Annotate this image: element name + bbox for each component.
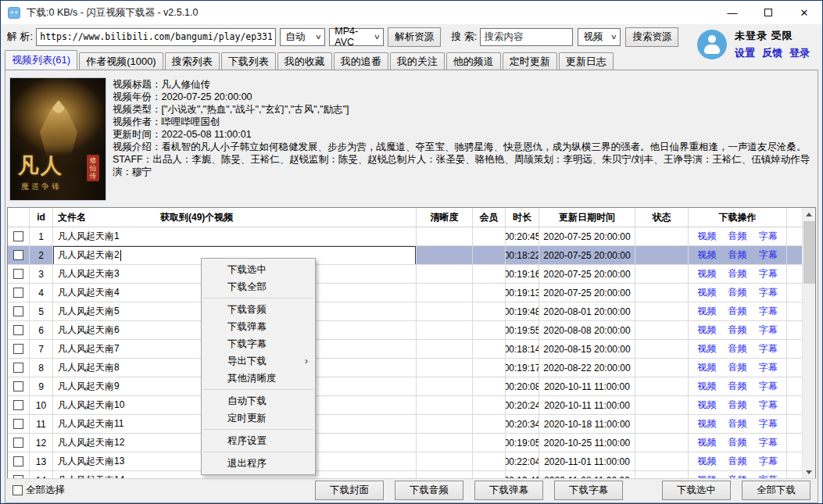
search-input[interactable] [480, 28, 573, 46]
tab-4[interactable]: 我的收藏 [277, 52, 332, 70]
scroll-down-button[interactable] [803, 466, 815, 479]
menu-item[interactable]: 定时更新 [202, 409, 315, 427]
action-link-subtitle[interactable]: 字幕 [759, 399, 778, 412]
action-link-audio[interactable]: 音频 [728, 267, 747, 281]
action-link-audio[interactable]: 音频 [728, 286, 747, 299]
row-checkbox[interactable] [13, 363, 23, 373]
download-selected-button[interactable]: 下载选中 [662, 481, 731, 500]
action-link-subtitle[interactable]: 字幕 [759, 305, 778, 318]
search-resource-button[interactable]: 搜索资源 [625, 27, 678, 47]
table-row[interactable]: 3凡人风起天南300:19:162020-07-25 20:00:00视频音频字… [8, 265, 802, 284]
download-cover-button[interactable]: 下载封面 [315, 481, 384, 500]
row-checkbox[interactable] [13, 438, 23, 448]
tab-1[interactable]: 作者视频(1000) [79, 52, 163, 70]
action-link-video[interactable]: 视频 [698, 305, 717, 318]
settings-link[interactable]: 设置 [735, 46, 755, 60]
download-subtitle-button[interactable]: 下载字幕 [554, 481, 623, 500]
row-checkbox[interactable] [13, 400, 23, 410]
row-checkbox[interactable] [13, 250, 23, 260]
action-link-audio[interactable]: 音频 [728, 417, 747, 431]
table-row[interactable]: 4凡人风起天南400:19:132020-07-25 20:00:00视频音频字… [8, 284, 802, 302]
action-link-video[interactable]: 视频 [698, 417, 717, 431]
action-link-video[interactable]: 视频 [698, 399, 717, 412]
row-checkbox[interactable] [13, 381, 23, 391]
download-danmaku-button[interactable]: 下载弹幕 [474, 481, 543, 500]
select-all-checkbox[interactable] [13, 485, 23, 495]
avatar-icon[interactable] [697, 30, 727, 59]
action-link-video[interactable]: 视频 [698, 361, 717, 374]
action-link-video[interactable]: 视频 [698, 323, 717, 337]
table-row[interactable]: 12凡人风起天南1200:19:052020-10-25 11:00:00视频音… [8, 434, 802, 452]
menu-item[interactable]: 导出下载› [202, 352, 315, 370]
menu-item[interactable]: 下载字幕 [202, 335, 315, 352]
menu-item[interactable]: 下载全部 [202, 278, 315, 295]
action-link-video[interactable]: 视频 [698, 380, 717, 393]
row-checkbox[interactable] [13, 306, 23, 316]
action-link-video[interactable]: 视频 [698, 248, 717, 262]
action-link-audio[interactable]: 音频 [728, 305, 747, 318]
action-link-audio[interactable]: 音频 [728, 455, 747, 468]
table-row[interactable]: 2凡人风起天南200:18:222020-07-25 20:00:00视频音频字… [8, 246, 802, 265]
action-link-subtitle[interactable]: 字幕 [759, 417, 778, 431]
menu-item[interactable]: 其他清晰度 [202, 370, 315, 387]
menu-item[interactable]: 下载弹幕 [202, 318, 315, 335]
action-link-subtitle[interactable]: 字幕 [759, 361, 778, 374]
action-link-audio[interactable]: 音频 [728, 342, 747, 356]
action-link-video[interactable]: 视频 [698, 286, 717, 299]
select-all[interactable]: 全部选择 [13, 484, 65, 497]
action-link-audio[interactable]: 音频 [728, 380, 747, 393]
action-link-subtitle[interactable]: 字幕 [759, 248, 778, 262]
close-button[interactable]: ✕ [786, 1, 822, 24]
search-type-select[interactable]: 视频∨ [578, 28, 621, 46]
scroll-up-button[interactable] [803, 208, 815, 221]
action-link-audio[interactable]: 音频 [728, 248, 747, 262]
action-link-subtitle[interactable]: 字幕 [759, 230, 778, 243]
action-link-subtitle[interactable]: 字幕 [759, 455, 778, 468]
tab-5[interactable]: 我的追番 [334, 52, 388, 70]
table-row[interactable]: 11凡人风起天南1100:20:342020-10-18 11:00:00视频音… [8, 415, 802, 434]
menu-item[interactable]: 程序设置 [202, 432, 315, 449]
feedback-link[interactable]: 反馈 [762, 46, 782, 60]
tab-6[interactable]: 我的关注 [390, 52, 445, 70]
table-row[interactable]: 10凡人风起天南1000:20:242020-10-11 11:00:00视频音… [8, 396, 802, 415]
download-audio-button[interactable]: 下载音频 [395, 481, 463, 500]
row-checkbox[interactable] [13, 456, 23, 466]
action-link-video[interactable]: 视频 [698, 267, 717, 281]
table-row[interactable]: 1凡人风起天南100:20:452020-07-25 20:00:00视频音频字… [8, 227, 802, 246]
menu-item[interactable]: 自动下载 [202, 392, 315, 409]
action-link-subtitle[interactable]: 字幕 [759, 342, 778, 356]
action-link-subtitle[interactable]: 字幕 [759, 267, 778, 281]
menu-item[interactable]: 下载音频 [202, 301, 315, 318]
login-link[interactable]: 登录 [789, 46, 810, 60]
row-checkbox[interactable] [13, 231, 23, 241]
maximize-button[interactable] [750, 1, 786, 24]
tab-0[interactable]: 视频列表(61) [5, 50, 77, 70]
tab-8[interactable]: 定时更新 [503, 52, 557, 70]
table-row[interactable]: 13凡人风起天南1300:22:042020-11-01 11:00:00视频音… [8, 452, 802, 471]
download-all-button[interactable]: 全部下载 [742, 481, 810, 500]
row-checkbox[interactable] [13, 269, 23, 279]
action-link-subtitle[interactable]: 字幕 [759, 323, 778, 337]
action-link-subtitle[interactable]: 字幕 [759, 380, 778, 393]
tab-9[interactable]: 更新日志 [559, 52, 614, 70]
row-checkbox[interactable] [13, 325, 23, 335]
scroll-thumb[interactable] [803, 221, 815, 284]
tab-3[interactable]: 下载列表 [221, 52, 276, 70]
tab-7[interactable]: 他的频道 [446, 52, 501, 70]
table-row[interactable]: 7凡人风起天南700:18:142020-08-15 20:00:00视频音频字… [8, 340, 802, 359]
table-row[interactable]: 5凡人风起天南500:19:482020-08-01 20:00:00视频音频字… [8, 302, 802, 321]
action-link-subtitle[interactable]: 字幕 [759, 286, 778, 299]
menu-item[interactable]: 退出程序 [202, 455, 315, 472]
table-row[interactable]: 8凡人风起天南800:19:172020-08-22 20:00:00视频音频字… [8, 359, 802, 377]
row-checkbox[interactable] [13, 419, 23, 429]
action-link-video[interactable]: 视频 [698, 342, 717, 356]
minimize-button[interactable]: — [714, 1, 750, 24]
action-link-audio[interactable]: 音频 [728, 230, 747, 243]
action-link-video[interactable]: 视频 [698, 455, 717, 468]
row-checkbox[interactable] [13, 288, 23, 298]
menu-item[interactable]: 下载选中 [202, 261, 315, 278]
action-link-video[interactable]: 视频 [698, 436, 717, 449]
action-link-audio[interactable]: 音频 [728, 361, 747, 374]
action-link-video[interactable]: 视频 [698, 230, 717, 243]
action-link-audio[interactable]: 音频 [728, 399, 747, 412]
